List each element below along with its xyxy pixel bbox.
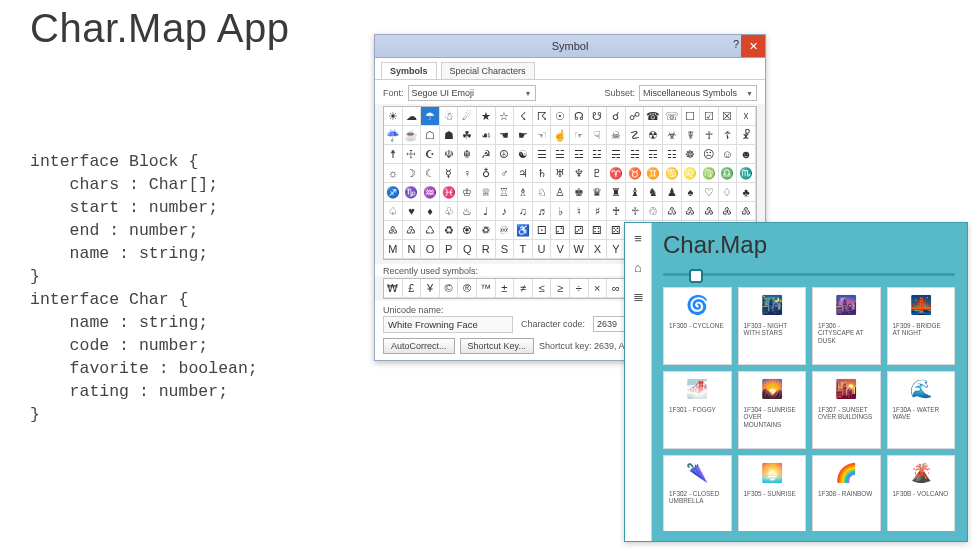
symbol-cell[interactable]: ♾ [496,221,515,240]
symbol-cell[interactable]: ☫ [440,145,459,164]
symbol-cell[interactable]: ☷ [663,145,682,164]
symbol-cell[interactable]: ♚ [570,183,589,202]
subset-dropdown[interactable]: Miscellaneous Symbols▼ [639,85,757,101]
symbol-cell[interactable]: ☯ [514,145,533,164]
recent-symbol-cell[interactable]: × [589,279,608,298]
symbol-cell[interactable]: S [496,240,515,259]
symbol-cell[interactable]: ♪ [496,202,515,221]
tab-symbols[interactable]: Symbols [381,62,437,79]
symbol-cell[interactable]: ♧ [440,202,459,221]
symbol-cell[interactable]: ♊ [644,164,663,183]
symbol-cell[interactable]: ♛ [589,183,608,202]
symbol-cell[interactable]: ☬ [458,145,477,164]
symbol-cell[interactable]: ☒ [719,107,738,126]
recent-symbol-cell[interactable]: ™ [477,279,496,298]
symbol-cell[interactable]: ♻ [440,221,459,240]
charmap-card[interactable]: 🌀1F300 - CYCLONE [663,287,732,365]
symbol-cell[interactable]: ♫ [514,202,533,221]
charmap-card[interactable]: 🌋1F30B - VOLCANO [887,455,956,531]
symbol-cell[interactable]: ☴ [607,145,626,164]
symbol-cell[interactable]: ♼ [458,221,477,240]
close-button[interactable]: ✕ [741,35,765,57]
symbol-cell[interactable]: ♄ [533,164,552,183]
charmap-card[interactable]: 🌇1F307 - SUNSET OVER BUILDINGS [812,371,881,449]
symbol-cell[interactable]: ♦ [421,202,440,221]
symbol-cell[interactable]: ♝ [626,183,645,202]
symbol-cell[interactable]: ☤ [682,126,701,145]
recent-symbol-cell[interactable]: ≤ [533,279,552,298]
symbol-cell[interactable]: ♽ [477,221,496,240]
symbol-cell[interactable]: ♮ [570,202,589,221]
symbol-cell[interactable]: ♯ [589,202,608,221]
symbol-cell[interactable]: ♈ [607,164,626,183]
help-button[interactable]: ? [733,38,739,50]
symbol-cell[interactable]: ☆ [496,107,515,126]
symbol-cell[interactable]: ☛ [514,126,533,145]
font-dropdown[interactable]: Segoe UI Emoji▼ [408,85,536,101]
symbol-cell[interactable]: ♎ [719,164,738,183]
charmap-card[interactable]: 🌁1F301 - FOGGY [663,371,732,449]
charmap-card[interactable]: 🌂1F302 - CLOSED UMBRELLA [663,455,732,531]
symbol-cell[interactable]: R [477,240,496,259]
symbol-cell[interactable]: ♖ [496,183,515,202]
symbol-cell[interactable]: ♁ [477,164,496,183]
symbol-cell[interactable]: ☺ [719,145,738,164]
symbol-cell[interactable]: V [551,240,570,259]
symbol-cell[interactable]: ♬ [533,202,552,221]
symbol-cell[interactable]: ☄ [458,107,477,126]
symbol-cell[interactable]: ♙ [551,183,570,202]
symbol-cell[interactable]: ♍ [700,164,719,183]
symbol-cell[interactable]: ♭ [551,202,570,221]
symbol-cell[interactable]: ♠ [682,183,701,202]
symbol-cell[interactable]: ★ [477,107,496,126]
symbol-cell[interactable]: ☶ [644,145,663,164]
symbol-cell[interactable]: ☰ [533,145,552,164]
symbol-cell[interactable]: ⚀ [533,221,552,240]
symbol-cell[interactable]: ☜ [533,126,552,145]
symbol-cell[interactable]: ♴ [682,202,701,221]
symbol-cell[interactable]: ☩ [403,145,422,164]
symbol-cell[interactable]: ☽ [403,164,422,183]
tab-special-characters[interactable]: Special Characters [441,62,535,79]
symbol-cell[interactable]: T [514,240,533,259]
symbol-cell[interactable]: ☪ [421,145,440,164]
symbol-cell[interactable]: ☦ [719,126,738,145]
symbol-cell[interactable]: ☞ [570,126,589,145]
recent-symbol-cell[interactable]: £ [403,279,422,298]
symbol-cell[interactable]: ☱ [551,145,570,164]
symbol-cell[interactable]: ♉ [626,164,645,183]
symbol-cell[interactable]: ♹ [403,221,422,240]
symbol-cell[interactable]: ☼ [384,164,403,183]
list-icon[interactable]: ≣ [633,289,644,304]
symbol-cell[interactable]: ☲ [570,145,589,164]
symbol-cell[interactable]: ⚂ [570,221,589,240]
symbol-cell[interactable]: M [384,240,403,259]
symbol-cell[interactable]: ♀ [458,164,477,183]
symbol-cell[interactable]: ♡ [700,183,719,202]
symbol-cell[interactable]: ☻ [737,145,756,164]
symbol-cell[interactable]: ☟ [589,126,608,145]
charmap-card[interactable]: 🌆1F306 - CITYSCAPE AT DUSK [812,287,881,365]
symbol-cell[interactable]: ♕ [477,183,496,202]
recent-symbol-cell[interactable]: ₩ [384,279,403,298]
symbol-cell[interactable]: ☑ [700,107,719,126]
symbol-cell[interactable]: ♗ [514,183,533,202]
symbol-cell[interactable]: ⚃ [589,221,608,240]
symbol-cell[interactable]: ☮ [496,145,515,164]
symbol-cell[interactable]: ☃ [440,107,459,126]
symbol-cell[interactable]: ☾ [421,164,440,183]
symbol-cell[interactable]: ♟ [663,183,682,202]
symbol-cell[interactable]: ♷ [737,202,756,221]
symbol-cell[interactable]: ☝ [551,126,570,145]
symbol-cell[interactable]: ♞ [644,183,663,202]
recent-symbol-cell[interactable]: ® [458,279,477,298]
shortcut-key-button[interactable]: Shortcut Key... [460,338,534,354]
charmap-card[interactable]: 🌃1F303 - NIGHT WITH STARS [738,287,807,365]
symbol-cell[interactable]: ☙ [477,126,496,145]
charmap-slider[interactable] [663,267,955,281]
symbol-cell[interactable]: ♸ [384,221,403,240]
symbol-cell[interactable]: ♆ [570,164,589,183]
recent-symbol-cell[interactable]: ± [496,279,515,298]
recent-symbol-cell[interactable]: ∞ [607,279,626,298]
symbol-cell[interactable]: ☠ [607,126,626,145]
